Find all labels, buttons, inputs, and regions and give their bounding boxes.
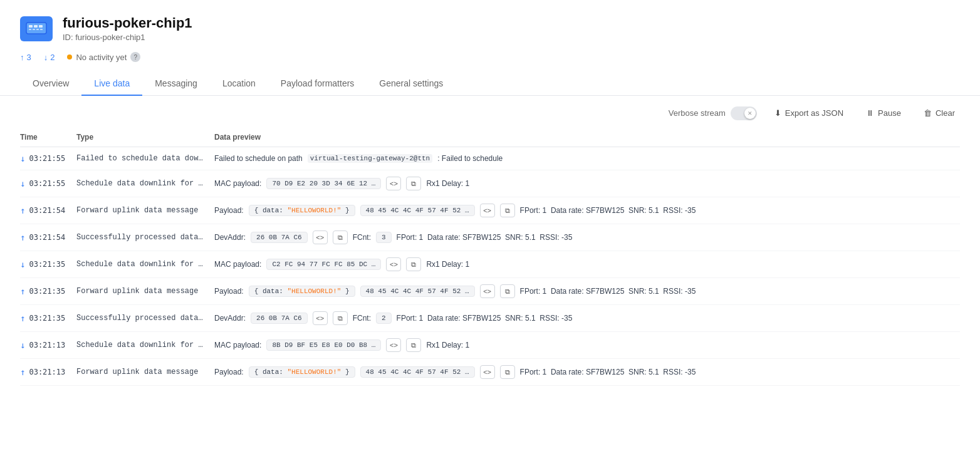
- type-cell: Failed to schedule data dow…: [76, 154, 214, 163]
- uplink-count: ↑ 3: [20, 53, 31, 62]
- copy-button[interactable]: ⧉: [406, 338, 421, 352]
- col-data-preview: Data preview: [214, 133, 960, 142]
- tab-overview[interactable]: Overview: [20, 72, 81, 96]
- export-json-button[interactable]: ⬇ Export as JSON: [769, 106, 848, 120]
- data-cell: MAC payload: C2 FC 94 77 FC FC 85 DC … <…: [214, 257, 960, 271]
- table-row: ↓ 03:21:35 Schedule data downlink for … …: [20, 251, 960, 278]
- device-id: ID: furious-poker-chip1: [63, 33, 192, 42]
- copy-button[interactable]: ⧉: [500, 204, 515, 217]
- tab-general-settings[interactable]: General settings: [367, 72, 456, 96]
- type-cell: Forward uplink data message: [76, 206, 214, 215]
- fcnt-value: 3: [376, 232, 392, 243]
- verbose-stream-control: Verbose stream ✕: [669, 106, 757, 120]
- time-cell: ↑ 03:21:35: [20, 286, 76, 296]
- up-arrow-icon: ↑: [20, 232, 25, 242]
- data-cell: DevAddr: 26 0B 7A C6 <> ⧉ FCnt: 3 FPort:…: [214, 230, 960, 244]
- status-dot: [67, 54, 72, 60]
- up-arrow-icon: ↑: [20, 286, 25, 296]
- timestamp: 03:21:55: [29, 154, 65, 163]
- trash-icon: 🗑: [924, 108, 932, 118]
- pause-button[interactable]: ⏸ Pause: [861, 106, 906, 120]
- up-arrow-icon: ↑: [20, 367, 25, 377]
- tab-payload-formatters[interactable]: Payload formatters: [268, 72, 367, 96]
- copy-button[interactable]: ⧉: [333, 311, 348, 325]
- activity-status: No activity yet ?: [67, 52, 140, 62]
- extra-info: FPort: 1 Data rate: SF7BW125 SNR: 5.1 RS…: [520, 368, 696, 376]
- toggle-knob: ✕: [744, 108, 756, 119]
- time-cell: ↑ 03:21:54: [20, 232, 76, 242]
- table-row: ↑ 03:21:35 Successfully processed data… …: [20, 305, 960, 332]
- svg-rect-2: [34, 25, 38, 28]
- extra-info: FPort: 1 Data rate: SF7BW125 SNR: 5.1 RS…: [397, 314, 573, 323]
- svg-rect-1: [29, 25, 33, 28]
- rx-delay: Rx1 Delay: 1: [426, 341, 469, 349]
- data-cell: MAC payload: 70 D9 E2 20 3D 34 6E 12 … <…: [214, 177, 960, 190]
- copy-button[interactable]: ⧉: [406, 257, 421, 271]
- payload-value: "HELLOWORLD!": [288, 368, 341, 376]
- copy-button[interactable]: ⧉: [333, 230, 348, 244]
- tab-location[interactable]: Location: [210, 72, 268, 96]
- rx-delay: Rx1 Delay: 1: [426, 179, 469, 188]
- rx-delay: Rx1 Delay: 1: [426, 260, 469, 269]
- col-type: Type: [76, 133, 214, 142]
- view-code-button[interactable]: <>: [480, 204, 495, 217]
- payload-hex: 70 D9 E2 20 3D 34 6E 12 …: [266, 178, 381, 189]
- svg-rect-0: [26, 23, 46, 34]
- copy-button[interactable]: ⧉: [500, 365, 515, 379]
- view-code-button[interactable]: <>: [313, 311, 328, 325]
- type-cell: Successfully processed data…: [76, 233, 214, 242]
- copy-button[interactable]: ⧉: [406, 177, 421, 190]
- extra-info: FPort: 1 Data rate: SF7BW125 SNR: 5.1 RS…: [397, 233, 573, 242]
- timestamp: 03:21:55: [29, 179, 65, 188]
- svg-rect-4: [29, 29, 31, 30]
- view-code-button[interactable]: <>: [386, 177, 401, 190]
- down-arrow-icon: ↓: [20, 340, 25, 350]
- help-icon[interactable]: ?: [130, 52, 140, 62]
- copy-button[interactable]: ⧉: [500, 284, 515, 298]
- payload-value: "HELLOWORLD!": [288, 207, 341, 214]
- time-cell: ↓ 03:21:55: [20, 179, 76, 189]
- type-cell: Forward uplink data message: [76, 287, 214, 296]
- data-table: ↓ 03:21:55 Failed to schedule data dow… …: [20, 147, 960, 386]
- up-arrow-icon: ↑: [20, 205, 25, 215]
- device-name: furious-poker-chip1: [63, 15, 192, 31]
- view-code-button[interactable]: <>: [386, 338, 401, 352]
- timestamp: 03:21:13: [29, 341, 65, 349]
- view-code-button[interactable]: <>: [480, 365, 495, 379]
- view-code-button[interactable]: <>: [313, 230, 328, 244]
- devaddr-value: 26 0B 7A C6: [251, 313, 308, 324]
- download-icon: ⬇: [774, 108, 781, 118]
- fcnt-value: 2: [376, 313, 392, 324]
- svg-rect-5: [33, 29, 35, 30]
- tab-live-data[interactable]: Live data: [81, 72, 142, 96]
- payload-value: "HELLOWORLD!": [288, 287, 341, 295]
- timestamp: 03:21:13: [29, 368, 65, 376]
- down-arrow-icon: ↓: [20, 153, 25, 163]
- time-cell: ↑ 03:21:54: [20, 205, 76, 215]
- time-cell: ↓ 03:21:35: [20, 259, 76, 269]
- table-row: ↓ 03:21:55 Failed to schedule data dow… …: [20, 147, 960, 170]
- time-cell: ↓ 03:21:13: [20, 340, 76, 350]
- payload-hex: 48 45 4C 4C 4F 57 4F 52 …: [360, 366, 475, 378]
- tab-messaging[interactable]: Messaging: [142, 72, 210, 96]
- fcnt-label: FCnt:: [353, 314, 371, 323]
- table-row: ↑ 03:21:13 Forward uplink data message P…: [20, 359, 960, 386]
- verbose-stream-toggle[interactable]: ✕: [731, 106, 757, 120]
- table-row: ↑ 03:21:54 Forward uplink data message P…: [20, 197, 960, 224]
- payload-object: { data: "HELLOWORLD!" }: [249, 366, 355, 378]
- timestamp: 03:21:35: [29, 260, 65, 269]
- svg-rect-3: [39, 25, 43, 28]
- clear-button[interactable]: 🗑 Clear: [919, 106, 960, 120]
- payload-hex: 8B D9 BF E5 E8 E0 D0 B8 …: [266, 339, 381, 351]
- view-code-button[interactable]: <>: [386, 257, 401, 271]
- view-code-button[interactable]: <>: [480, 284, 495, 298]
- svg-rect-6: [36, 29, 39, 30]
- time-cell: ↓ 03:21:55: [20, 153, 76, 163]
- down-arrow-icon: ↓: [20, 179, 25, 189]
- prefix-label: Payload:: [214, 206, 244, 215]
- time-cell: ↑ 03:21:35: [20, 313, 76, 323]
- table-row: ↑ 03:21:54 Successfully processed data… …: [20, 224, 960, 251]
- data-cell: DevAddr: 26 0B 7A C6 <> ⧉ FCnt: 2 FPort:…: [214, 311, 960, 325]
- devaddr-label: DevAddr:: [214, 314, 246, 323]
- verbose-stream-label: Verbose stream: [669, 108, 726, 118]
